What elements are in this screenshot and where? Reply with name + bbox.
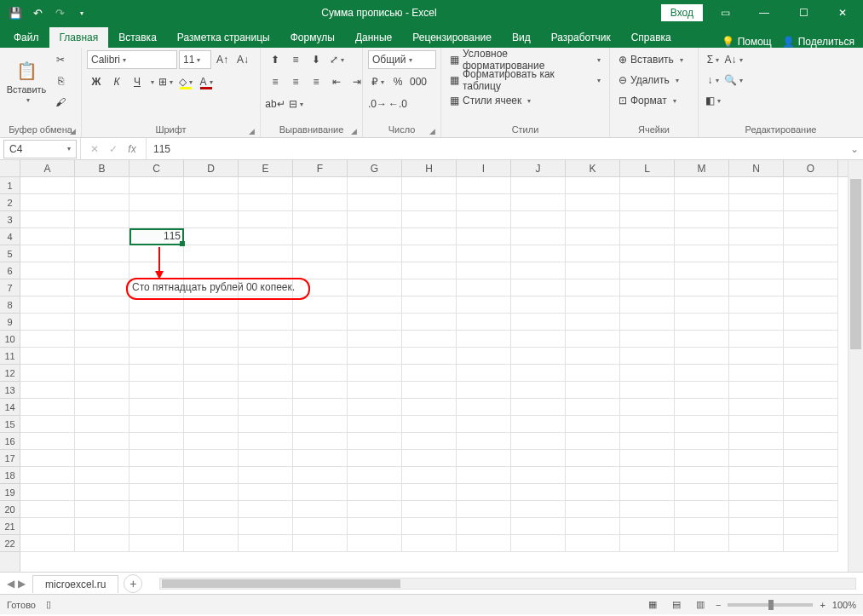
- row-header[interactable]: 1: [0, 177, 20, 194]
- column-header[interactable]: N: [729, 160, 784, 176]
- cell[interactable]: [457, 501, 511, 518]
- sheet-nav-next-icon[interactable]: ▶: [18, 578, 26, 590]
- cell[interactable]: [511, 450, 566, 467]
- normal-view-icon[interactable]: ▦: [644, 597, 661, 613]
- sheet-tab[interactable]: microexcel.ru: [32, 575, 118, 593]
- cell[interactable]: [675, 348, 729, 365]
- cell[interactable]: [129, 262, 184, 279]
- cell[interactable]: [620, 484, 675, 501]
- cell[interactable]: [566, 501, 620, 518]
- tab-view[interactable]: Вид: [502, 27, 541, 48]
- cell[interactable]: [620, 518, 675, 535]
- cell[interactable]: [239, 501, 293, 518]
- cell[interactable]: [675, 331, 729, 348]
- cell[interactable]: [729, 433, 784, 450]
- underline-button[interactable]: Ч: [128, 72, 147, 91]
- cell[interactable]: [729, 245, 784, 262]
- cell[interactable]: [784, 279, 838, 296]
- cell[interactable]: [457, 433, 511, 450]
- cell[interactable]: [293, 314, 348, 331]
- cell[interactable]: [293, 228, 348, 245]
- row-header[interactable]: 2: [0, 194, 20, 211]
- cell[interactable]: [129, 331, 184, 348]
- column-header[interactable]: L: [620, 160, 675, 176]
- cell[interactable]: [566, 194, 620, 211]
- cell[interactable]: [348, 262, 402, 279]
- cell[interactable]: [457, 348, 511, 365]
- cell[interactable]: [75, 314, 129, 331]
- delete-cells-button[interactable]: ⊖Удалить▾: [615, 71, 682, 89]
- cell[interactable]: [129, 467, 184, 484]
- row-header[interactable]: 21: [0, 518, 20, 535]
- cell[interactable]: [402, 314, 457, 331]
- cell[interactable]: [566, 518, 620, 535]
- cell[interactable]: [511, 416, 566, 433]
- cell[interactable]: [184, 365, 239, 382]
- cell[interactable]: [129, 211, 184, 228]
- cell[interactable]: [675, 314, 729, 331]
- cell[interactable]: [402, 279, 457, 296]
- cell[interactable]: [729, 262, 784, 279]
- cell[interactable]: [784, 262, 838, 279]
- tab-insert[interactable]: Вставка: [108, 27, 167, 48]
- row-header[interactable]: 3: [0, 211, 20, 228]
- cell[interactable]: [129, 518, 184, 535]
- cell[interactable]: [511, 348, 566, 365]
- cell[interactable]: [293, 245, 348, 262]
- cell[interactable]: [293, 331, 348, 348]
- cell[interactable]: [129, 535, 184, 552]
- zoom-in-icon[interactable]: +: [820, 600, 825, 610]
- cell[interactable]: [293, 484, 348, 501]
- cell[interactable]: [620, 211, 675, 228]
- cell[interactable]: [75, 501, 129, 518]
- cell[interactable]: [129, 314, 184, 331]
- cell[interactable]: [457, 365, 511, 382]
- cell[interactable]: [566, 245, 620, 262]
- cell[interactable]: [184, 331, 239, 348]
- cell[interactable]: [729, 450, 784, 467]
- cell[interactable]: [620, 228, 675, 245]
- tab-help[interactable]: Справка: [621, 27, 682, 48]
- cell[interactable]: [784, 296, 838, 314]
- cell[interactable]: [75, 433, 129, 450]
- paste-button[interactable]: 📋 Вставить ▾: [5, 50, 48, 112]
- cell[interactable]: [729, 518, 784, 535]
- cell[interactable]: [75, 450, 129, 467]
- row-header[interactable]: 12: [0, 365, 20, 382]
- cell[interactable]: [675, 279, 729, 296]
- cell[interactable]: [620, 314, 675, 331]
- cell[interactable]: [566, 296, 620, 314]
- cell[interactable]: [184, 501, 239, 518]
- cell[interactable]: [457, 484, 511, 501]
- cell[interactable]: [75, 296, 129, 314]
- cell-styles-button[interactable]: ▦Стили ячеек▾: [446, 91, 534, 110]
- row-header[interactable]: 17: [0, 450, 20, 467]
- cell[interactable]: [239, 228, 293, 245]
- row-headers[interactable]: 12345678910111213141516171819202122: [0, 177, 20, 572]
- cell[interactable]: [239, 484, 293, 501]
- row-header[interactable]: 16: [0, 433, 20, 450]
- cell[interactable]: [402, 296, 457, 314]
- cell[interactable]: [784, 177, 838, 194]
- cell[interactable]: [20, 245, 75, 262]
- number-format-combo[interactable]: Общий▾: [368, 50, 436, 69]
- cell[interactable]: [129, 296, 184, 314]
- column-header[interactable]: B: [75, 160, 129, 176]
- cell[interactable]: [457, 262, 511, 279]
- cell[interactable]: [293, 177, 348, 194]
- cell[interactable]: [293, 399, 348, 416]
- close-icon[interactable]: ✕: [826, 0, 860, 26]
- cell[interactable]: [675, 433, 729, 450]
- format-cells-button[interactable]: ⊡Формат▾: [615, 91, 680, 110]
- cell[interactable]: [566, 331, 620, 348]
- cell[interactable]: [675, 535, 729, 552]
- cell[interactable]: [566, 467, 620, 484]
- cell[interactable]: [348, 331, 402, 348]
- cell[interactable]: [75, 535, 129, 552]
- cell[interactable]: [457, 416, 511, 433]
- cell[interactable]: [784, 467, 838, 484]
- cell[interactable]: [784, 348, 838, 365]
- cell[interactable]: [75, 518, 129, 535]
- decrease-decimal-icon[interactable]: ←.0: [388, 95, 407, 113]
- cell[interactable]: [675, 365, 729, 382]
